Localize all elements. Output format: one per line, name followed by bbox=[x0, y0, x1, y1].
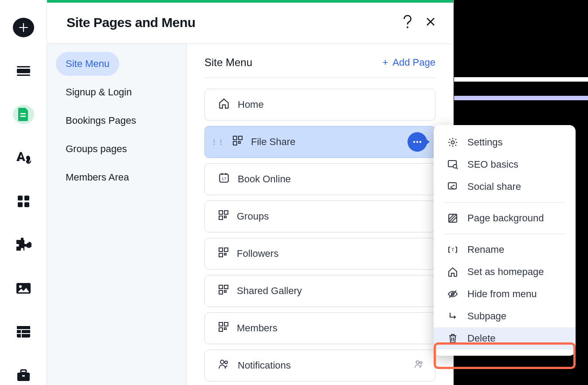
menu-label: Subpage bbox=[467, 310, 506, 322]
menu-item-background[interactable]: Page background bbox=[434, 207, 576, 229]
add-page-button[interactable]: + Add Page bbox=[383, 57, 436, 68]
page-item-file-share[interactable]: ⋮⋮ File Share bbox=[204, 126, 435, 158]
add-page-label: Add Page bbox=[392, 57, 435, 68]
svg-rect-24 bbox=[239, 141, 240, 143]
page-label: Book Online bbox=[238, 173, 422, 185]
svg-rect-35 bbox=[224, 248, 228, 251]
svg-rect-22 bbox=[239, 136, 242, 140]
drag-handle-icon[interactable]: ⋮⋮ bbox=[211, 141, 224, 143]
addons-button[interactable] bbox=[13, 235, 34, 255]
svg-point-25 bbox=[413, 141, 415, 143]
sidebar-item-bookings[interactable]: Bookings Pages bbox=[56, 109, 177, 133]
svg-point-46 bbox=[220, 360, 224, 364]
canvas-band bbox=[454, 77, 588, 82]
share-icon bbox=[447, 182, 459, 192]
grid-icon bbox=[218, 322, 229, 335]
design-button[interactable] bbox=[13, 148, 34, 168]
pages-icon bbox=[17, 107, 30, 122]
sidebar-item-label: Bookings Pages bbox=[66, 115, 136, 126]
image-icon bbox=[16, 282, 31, 295]
add-button[interactable] bbox=[13, 18, 34, 37]
page-item-shared-gallery[interactable]: Shared Gallery bbox=[204, 275, 435, 307]
svg-rect-32 bbox=[219, 216, 223, 220]
panel-header: Site Pages and Menu bbox=[47, 3, 453, 43]
sidebar-item-signup-login[interactable]: Signup & Login bbox=[56, 80, 177, 104]
svg-rect-45 bbox=[224, 328, 226, 330]
svg-rect-17 bbox=[17, 373, 30, 381]
menu-item-settings[interactable]: Settings bbox=[434, 131, 576, 153]
svg-rect-31 bbox=[224, 211, 228, 214]
menu-item-seo[interactable]: SEO basics bbox=[434, 153, 576, 176]
page-context-menu: Settings SEO basics Social share Page ba… bbox=[434, 125, 576, 356]
data-button[interactable] bbox=[13, 322, 34, 342]
home-icon bbox=[447, 267, 459, 277]
business-button[interactable] bbox=[13, 365, 34, 385]
menu-item-hide[interactable]: Hide from menu bbox=[434, 283, 576, 305]
menu-item-rename[interactable]: T Rename bbox=[434, 239, 576, 261]
svg-rect-6 bbox=[24, 196, 29, 200]
page-item-groups[interactable]: Groups bbox=[204, 200, 435, 232]
pages-button[interactable] bbox=[13, 105, 34, 124]
plus-icon bbox=[18, 22, 29, 33]
svg-rect-5 bbox=[18, 196, 23, 200]
grid-icon bbox=[218, 284, 229, 298]
panel-sidebar: Site Menu Signup & Login Bookings Pages … bbox=[47, 44, 187, 385]
menu-label: Hide from menu bbox=[467, 288, 537, 300]
calendar-icon: 17 bbox=[218, 172, 230, 186]
plus-icon: + bbox=[383, 57, 388, 68]
page-item-home[interactable]: Home bbox=[204, 89, 435, 121]
help-icon[interactable] bbox=[403, 15, 412, 30]
gear-icon bbox=[447, 137, 459, 148]
svg-point-50 bbox=[451, 141, 455, 144]
svg-rect-19 bbox=[22, 375, 25, 377]
menu-divider bbox=[444, 202, 565, 203]
trash-icon bbox=[447, 333, 459, 344]
page-item-book-online[interactable]: 17 Book Online bbox=[204, 163, 435, 195]
more-options-button[interactable] bbox=[408, 132, 427, 152]
media-button[interactable] bbox=[13, 279, 34, 298]
members-badge-icon bbox=[414, 360, 424, 371]
page-item-members[interactable]: Members bbox=[204, 312, 435, 344]
menu-label: Rename bbox=[467, 244, 504, 255]
page-label: Notifications bbox=[238, 360, 422, 371]
page-label: Groups bbox=[237, 211, 422, 222]
menu-item-subpage[interactable]: Subpage bbox=[434, 305, 576, 327]
page-label: Home bbox=[238, 99, 422, 110]
pages-panel: Site Pages and Menu Site Menu Signup & L… bbox=[47, 0, 454, 385]
page-label: Members bbox=[237, 322, 422, 334]
page-item-notifications[interactable]: Notifications bbox=[204, 350, 435, 381]
svg-rect-41 bbox=[224, 291, 226, 292]
close-icon[interactable] bbox=[426, 17, 435, 28]
subpage-icon bbox=[447, 311, 459, 321]
svg-rect-0 bbox=[17, 69, 30, 73]
menu-divider bbox=[444, 234, 565, 234]
page-item-followers[interactable]: Followers bbox=[204, 238, 435, 270]
menu-item-homepage[interactable]: Set as homepage bbox=[434, 261, 576, 283]
sidebar-item-groups[interactable]: Groups pages bbox=[56, 137, 177, 161]
rename-icon: T bbox=[447, 245, 459, 254]
menu-label: Set as homepage bbox=[467, 266, 544, 278]
section-button[interactable] bbox=[13, 61, 34, 81]
svg-rect-33 bbox=[224, 216, 226, 218]
svg-rect-18 bbox=[21, 370, 26, 373]
menu-item-social[interactable]: Social share bbox=[434, 176, 576, 198]
svg-rect-7 bbox=[18, 202, 23, 207]
people-icon bbox=[218, 359, 230, 372]
menu-item-delete[interactable]: Delete bbox=[434, 327, 576, 350]
apps-button[interactable] bbox=[13, 192, 34, 211]
svg-point-47 bbox=[225, 361, 227, 364]
svg-point-26 bbox=[416, 141, 418, 143]
sidebar-item-site-menu[interactable]: Site Menu bbox=[56, 52, 119, 76]
canvas-band bbox=[454, 96, 588, 100]
svg-rect-40 bbox=[219, 291, 223, 294]
svg-point-27 bbox=[419, 141, 421, 143]
page-label: Followers bbox=[237, 248, 422, 259]
svg-rect-23 bbox=[233, 141, 237, 145]
svg-rect-43 bbox=[224, 322, 228, 326]
briefcase-icon bbox=[16, 369, 31, 382]
svg-rect-39 bbox=[224, 285, 228, 289]
sidebar-item-members[interactable]: Members Area bbox=[56, 165, 177, 189]
sidebar-item-label: Site Menu bbox=[66, 58, 110, 69]
menu-label: SEO basics bbox=[467, 159, 518, 170]
svg-point-20 bbox=[407, 27, 408, 28]
